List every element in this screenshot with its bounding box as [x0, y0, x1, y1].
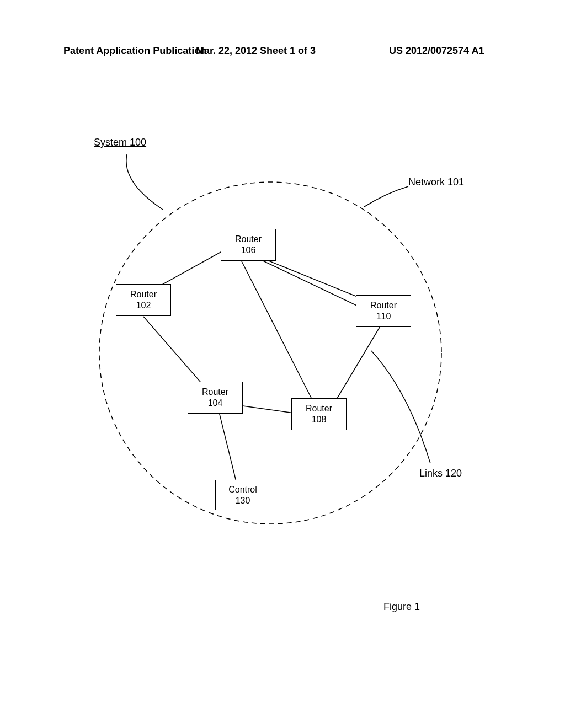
link-104-control: [219, 412, 237, 486]
node-title: Router: [360, 300, 407, 311]
header-left: Patent Application Publication: [63, 45, 206, 57]
node-title: Router: [295, 403, 343, 414]
node-num: 102: [120, 300, 167, 311]
network-leader-line: [364, 186, 408, 207]
network-label: Network 101: [408, 176, 464, 188]
link-104-108: [239, 405, 298, 414]
node-num: 106: [225, 245, 272, 256]
svg-line-0: [210, 256, 244, 386]
node-num: 104: [191, 398, 239, 409]
node-router-108: Router 108: [291, 398, 347, 430]
node-title: Router: [191, 387, 239, 398]
node-router-102: Router 102: [116, 284, 171, 316]
node-control-130: Control 130: [215, 480, 270, 510]
node-num: 108: [295, 414, 343, 425]
links-label: Links 120: [419, 468, 462, 479]
svg-line-1: [221, 256, 246, 386]
link-106-110: [259, 257, 371, 302]
diagram-area: Network 101 Links 120 Router 102 Router …: [55, 143, 508, 540]
link-102-104: [143, 317, 207, 389]
diagram-svg: [55, 143, 508, 540]
node-router-104: Router 104: [188, 382, 243, 414]
links-leader-line: [371, 351, 430, 463]
link-108-110: [330, 325, 381, 410]
node-title: Control: [219, 484, 266, 495]
header-mid: Mar. 22, 2012 Sheet 1 of 3: [196, 45, 316, 57]
node-router-110: Router 110: [356, 295, 411, 327]
link-106-108: [239, 256, 316, 408]
header-right: US 2012/0072574 A1: [389, 45, 484, 57]
node-router-106: Router 106: [221, 229, 276, 261]
figure-label: Figure 1: [383, 601, 420, 613]
node-title: Router: [225, 234, 272, 245]
node-num: 110: [360, 311, 407, 322]
node-num: 130: [219, 495, 266, 506]
node-title: Router: [120, 289, 167, 300]
